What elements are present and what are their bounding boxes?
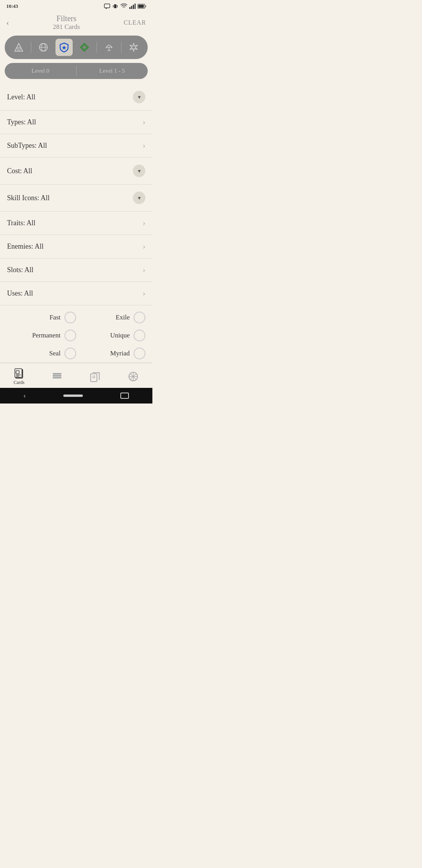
sys-recents-icon[interactable] [120,393,129,399]
status-icons [104,3,146,9]
permanent-label: Permanent [32,332,61,339]
tab-bird[interactable] [100,39,118,56]
keyword-myriad: Myriad [76,348,145,359]
tab-eye[interactable] [10,39,27,56]
tab-divider-1 [31,42,31,53]
svg-rect-5 [131,6,132,9]
svg-rect-3 [117,5,118,7]
chaos-star-icon [128,42,139,53]
slots-arrow-icon: › [143,265,145,274]
svg-rect-24 [53,375,61,377]
header-title-group: Filters 281 Cards [9,14,123,31]
filter-uses[interactable]: Uses: All › [0,282,152,305]
keyword-permanent: Permanent [7,330,76,341]
skill-icons-chevron-icon: ▾ [133,192,145,204]
filters-header: ‹ Filters 281 Cards CLEAR [0,11,152,36]
svg-marker-16 [62,45,66,50]
tab-shield-star[interactable] [55,39,73,56]
sys-home-indicator[interactable] [63,395,83,397]
filter-slots-label: Slots: All [7,266,34,274]
filter-types[interactable]: Types: All › [0,111,152,134]
shield-star-icon [59,42,70,53]
svg-rect-2 [113,5,114,7]
keyword-exile: Exile [76,312,145,323]
tab-globe[interactable] [35,39,52,56]
filter-skill-icons-label: Skill Icons: All [7,194,50,202]
filter-cost-label: Cost: All [7,167,32,175]
myriad-label: Myriad [110,350,130,357]
exile-toggle[interactable] [134,312,145,323]
filter-uses-label: Uses: All [7,289,33,298]
nav-chaos[interactable] [127,371,139,382]
filter-level[interactable]: Level: All ▾ [0,84,152,111]
svg-rect-1 [114,4,116,8]
bottom-nav: Cards [0,363,152,388]
decks-nav-icon [51,371,63,382]
globe-icon [38,42,49,53]
svg-marker-17 [130,43,138,52]
tab-chaos-star[interactable] [125,39,142,56]
vibrate-icon [112,3,118,9]
back-button[interactable]: ‹ [6,18,9,28]
filter-cost[interactable]: Cost: All ▾ [0,158,152,185]
exile-label: Exile [116,314,130,321]
filter-subtypes[interactable]: SubTypes: All › [0,134,152,158]
status-bar: 10:43 [0,0,152,11]
svg-rect-7 [135,4,136,9]
level-1-5-btn[interactable]: Level 1 - 5 [77,63,148,79]
svg-rect-25 [53,373,61,375]
permanent-toggle[interactable] [64,330,76,341]
system-nav-bar: ‹ [0,388,152,404]
eye-icon [13,42,24,53]
tab-divider-2 [97,42,97,53]
time: 10:43 [6,3,18,9]
svg-rect-6 [133,5,134,9]
signal-icon [129,4,136,9]
collection-nav-icon [89,371,101,382]
types-arrow-icon: › [143,118,145,127]
tab-divider-3 [121,42,122,53]
seal-toggle[interactable] [64,348,76,359]
keyword-unique: Unique [76,330,145,341]
svg-rect-9 [138,5,144,8]
filter-traits[interactable]: Traits: All › [0,212,152,235]
svg-rect-23 [53,377,61,378]
filter-slots[interactable]: Slots: All › [0,258,152,282]
svg-rect-0 [104,4,110,8]
diamond-icon [79,42,90,53]
header-subtitle: 281 Cards [9,23,123,31]
filter-types-label: Types: All [7,118,36,126]
cost-chevron-icon: ▾ [133,165,145,177]
filter-list: Level: All ▾ Types: All › SubTypes: All … [0,84,152,305]
uses-arrow-icon: › [143,289,145,298]
filter-enemies-label: Enemies: All [7,242,44,251]
keyword-fast: Fast [7,312,76,323]
level-chevron-icon: ▾ [133,91,145,103]
filter-subtypes-label: SubTypes: All [7,142,47,150]
bird-icon [104,42,114,53]
traits-arrow-icon: › [143,219,145,228]
fast-toggle[interactable] [64,312,76,323]
level-toggle[interactable]: Level 0 Level 1 - 5 [5,63,148,79]
sys-back-icon[interactable]: ‹ [23,392,26,400]
keyword-section: Fast Exile Permanent Unique Seal Myriad [0,305,152,363]
message-icon [104,4,110,9]
unique-label: Unique [110,332,130,339]
tab-diamond[interactable] [76,39,93,56]
level-0-btn[interactable]: Level 0 [5,63,76,79]
nav-collection[interactable] [89,371,101,382]
keyword-seal: Seal [7,348,76,359]
svg-rect-4 [129,7,131,9]
chaos-nav-icon [127,371,139,382]
svg-point-12 [18,48,20,50]
nav-decks[interactable] [51,371,63,382]
cards-nav-label: Cards [14,380,25,386]
seal-label: Seal [49,350,61,357]
unique-toggle[interactable] [134,330,145,341]
filter-enemies[interactable]: Enemies: All › [0,235,152,258]
header-title: Filters [9,14,123,23]
filter-skill-icons[interactable]: Skill Icons: All ▾ [0,185,152,212]
clear-button[interactable]: CLEAR [124,19,146,26]
myriad-toggle[interactable] [134,348,145,359]
nav-cards[interactable]: Cards [13,367,25,386]
